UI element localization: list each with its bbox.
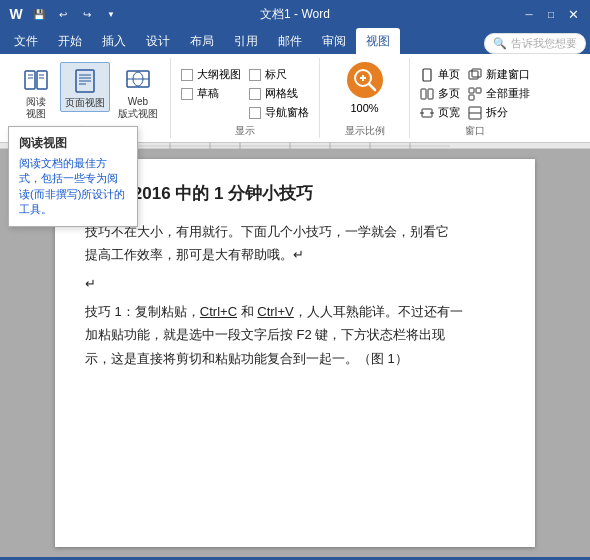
tab-file[interactable]: 文件 (4, 28, 48, 54)
show-col1: 大纲视图 草稿 (179, 62, 243, 102)
reading-view-label: 阅读视图 (26, 96, 46, 120)
zoom-percent: 100% (350, 102, 378, 114)
svg-rect-26 (469, 88, 474, 93)
tooltip-title: 阅读视图 (19, 135, 127, 152)
nav-pane-checkbox-icon (249, 107, 261, 119)
tell-me-placeholder: 告诉我您想要 (511, 36, 577, 51)
doc-para-3: 技巧 1：复制粘贴，Ctrl+C 和 Ctrl+V，人人耳熟能详。不过还有一 (85, 300, 505, 323)
arrange-all-label: 全部重排 (486, 86, 530, 101)
page-width-label: 页宽 (438, 105, 460, 120)
svg-rect-24 (469, 71, 478, 79)
tab-home[interactable]: 开始 (48, 28, 92, 54)
redo-button[interactable]: ↪ (78, 5, 96, 23)
doc-para-4: 加粘贴功能，就是选中一段文字后按 F2 键，下方状态栏将出现 (85, 323, 505, 346)
tooltip-description: 阅读文档的最佳方式，包括一些专为阅读(而非撰写)所设计的工具。 (19, 156, 127, 218)
tab-design[interactable]: 设计 (136, 28, 180, 54)
tab-view[interactable]: 视图 (356, 28, 400, 54)
title-bar-controls: ─ □ ✕ (520, 5, 582, 23)
nav-pane-checkbox[interactable]: 导航窗格 (247, 104, 311, 121)
document-title: Word 2016 中的 1 分钟小技巧 (85, 179, 505, 210)
title-bar-left: W 💾 ↩ ↪ ▼ (8, 5, 120, 23)
window-col1: 单页 多页 页宽 (418, 62, 462, 121)
tab-insert[interactable]: 插入 (92, 28, 136, 54)
save-button[interactable]: 💾 (30, 5, 48, 23)
tab-references[interactable]: 引用 (224, 28, 268, 54)
gridlines-label: 网格线 (265, 86, 298, 101)
svg-rect-0 (25, 71, 35, 89)
view-buttons: 阅读视图 页面视图 (16, 58, 162, 122)
svg-rect-25 (472, 69, 481, 77)
svg-rect-1 (37, 71, 47, 89)
nav-pane-label: 导航窗格 (265, 105, 309, 120)
draft-checkbox[interactable]: 草稿 (179, 85, 243, 102)
outline-checkbox-icon (181, 69, 193, 81)
show-group-label: 显示 (179, 122, 311, 138)
gridlines-checkbox[interactable]: 网格线 (247, 85, 311, 102)
ruler-label: 标尺 (265, 67, 287, 82)
outline-view-checkbox[interactable]: 大纲视图 (179, 66, 243, 83)
draft-label: 草稿 (197, 86, 219, 101)
ribbon-group-window: 单页 多页 页宽 新建窗口 全部重排 (410, 58, 540, 138)
multi-page-label: 多页 (438, 86, 460, 101)
page-view-label: 页面视图 (65, 97, 105, 109)
search-icon: 🔍 (493, 37, 507, 50)
ruler-checkbox[interactable]: 标尺 (247, 66, 311, 83)
ribbon-group-show: 大纲视图 草稿 标尺 网格线 导航窗格 (171, 58, 320, 138)
tab-layout[interactable]: 布局 (180, 28, 224, 54)
zoom-group-label: 显示比例 (328, 122, 401, 138)
show-content: 大纲视图 草稿 标尺 网格线 导航窗格 (179, 58, 311, 122)
minimize-button[interactable]: ─ (520, 5, 538, 23)
reading-view-icon (20, 64, 52, 96)
multi-page-button[interactable]: 多页 (418, 85, 462, 102)
web-view-icon (122, 64, 154, 96)
web-view-button[interactable]: Web版式视图 (114, 62, 162, 122)
page-view-icon (69, 65, 101, 97)
undo-button[interactable]: ↩ (54, 5, 72, 23)
new-window-button[interactable]: 新建窗口 (466, 66, 532, 83)
maximize-button[interactable]: □ (542, 5, 560, 23)
split-button[interactable]: 拆分 (466, 104, 532, 121)
svg-rect-28 (469, 95, 474, 100)
tab-review[interactable]: 审阅 (312, 28, 356, 54)
new-window-label: 新建窗口 (486, 67, 530, 82)
ribbon-tabs: 文件 开始 插入 设计 布局 引用 邮件 审阅 视图 🔍 告诉我您想要 (0, 28, 590, 54)
doc-para-0: 技巧不在大小，有用就行。下面几个小技巧，一学就会，别看它 (85, 220, 505, 243)
customize-button[interactable]: ▼ (102, 5, 120, 23)
word-logo-icon: W (8, 6, 24, 22)
show-col2: 标尺 网格线 导航窗格 (247, 62, 311, 121)
split-label: 拆分 (486, 105, 508, 120)
window-content: 单页 多页 页宽 新建窗口 全部重排 (418, 58, 532, 122)
window-col2: 新建窗口 全部重排 拆分 (466, 62, 532, 121)
svg-rect-18 (423, 69, 431, 81)
ruler-checkbox-icon (249, 69, 261, 81)
draft-checkbox-icon (181, 88, 193, 100)
single-page-button[interactable]: 单页 (418, 66, 462, 83)
page-width-button[interactable]: 页宽 (418, 104, 462, 121)
ribbon-group-zoom: 100% 显示比例 (320, 58, 410, 138)
close-button[interactable]: ✕ (564, 5, 582, 23)
svg-rect-27 (476, 88, 481, 93)
svg-line-15 (369, 84, 375, 90)
tell-me-box[interactable]: 🔍 告诉我您想要 (484, 33, 586, 54)
outline-view-label: 大纲视图 (197, 67, 241, 82)
window-group-label: 窗口 (418, 122, 532, 138)
tooltip-popup: 阅读视图 阅读文档的最佳方式，包括一些专为阅读(而非撰写)所设计的工具。 (8, 126, 138, 227)
doc-para-2: ↵ (85, 272, 505, 295)
arrange-all-button[interactable]: 全部重排 (466, 85, 532, 102)
zoom-content: 100% (347, 58, 383, 122)
page-view-button[interactable]: 页面视图 (60, 62, 110, 112)
doc-para-1: 提高工作效率，那可是大有帮助哦。↵ (85, 243, 505, 266)
reading-view-button[interactable]: 阅读视图 (16, 62, 56, 122)
svg-rect-19 (421, 89, 426, 99)
window-title: 文档1 - Word (260, 6, 330, 23)
svg-rect-20 (428, 89, 433, 99)
web-view-label: Web版式视图 (118, 96, 158, 120)
gridlines-checkbox-icon (249, 88, 261, 100)
title-bar: W 💾 ↩ ↪ ▼ 文档1 - Word ─ □ ✕ (0, 0, 590, 28)
tab-mailings[interactable]: 邮件 (268, 28, 312, 54)
zoom-button[interactable] (347, 62, 383, 98)
doc-para-5: 示，这是直接将剪切和粘贴功能复合到一起一。（图 1） (85, 347, 505, 370)
single-page-label: 单页 (438, 67, 460, 82)
